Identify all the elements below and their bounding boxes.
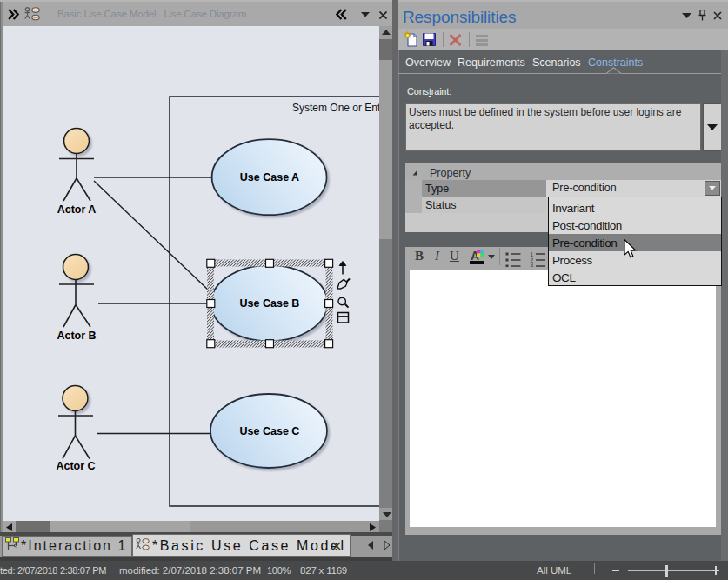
svg-text:Actor A: Actor A	[57, 203, 97, 216]
svg-text:Use Case A: Use Case A	[240, 171, 299, 183]
svg-text:Actor C: Actor C	[56, 460, 95, 472]
svg-text:Actor B: Actor B	[57, 330, 96, 342]
svg-text:System One or Ente: System One or Ente	[292, 102, 379, 114]
svg-text:3: 3	[531, 262, 534, 267]
svg-text:Use Case B: Use Case B	[240, 297, 300, 310]
svg-text:Use Case C: Use Case C	[240, 425, 300, 437]
